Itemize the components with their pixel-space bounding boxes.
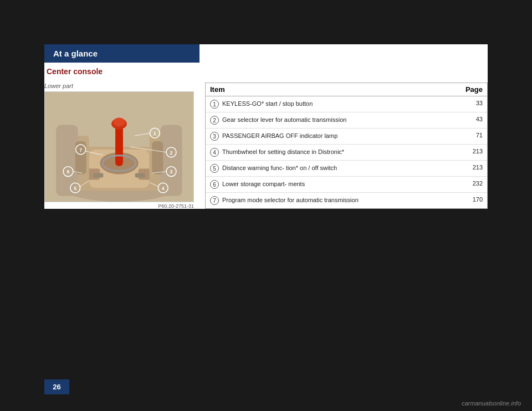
svg-text:7: 7 (79, 147, 82, 153)
svg-text:2: 2 (170, 150, 173, 156)
car-image: 1 2 3 4 5 (44, 91, 194, 202)
table-row: 4 Thumbwheel for setting distance in Dis… (206, 145, 487, 161)
image-label: Lower part (44, 83, 194, 89)
data-table: Item Page 1 KEYLESS-GO* start / stop but… (205, 83, 488, 209)
row-text-7: Program mode selector for automatic tran… (222, 196, 455, 204)
row-number-6: 6 (210, 180, 222, 189)
row-text-6: Lower storage compart- ments (222, 180, 455, 188)
svg-text:3: 3 (170, 169, 173, 175)
row-number-3: 3 (210, 132, 222, 141)
row-number-4: 4 (210, 148, 222, 157)
row-page-3: 71 (455, 132, 483, 138)
image-section: Lower part (44, 83, 194, 209)
row-text-4: Thumbwheel for setting distance in Distr… (222, 148, 455, 156)
content-area: Lower part (44, 83, 488, 209)
page-number: 26 (44, 379, 69, 394)
table-row: 1 KEYLESS-GO* start / stop button 33 (206, 96, 487, 112)
row-text-3: PASSENGER AIRBAG OFF indicator lamp (222, 132, 455, 140)
row-page-7: 170 (455, 196, 483, 203)
row-page-5: 213 (455, 164, 483, 171)
header-title: At a glance (53, 49, 98, 58)
row-page-6: 232 (455, 180, 483, 187)
row-number-5: 5 (210, 164, 222, 173)
svg-text:1: 1 (154, 131, 156, 136)
table-row: 2 Gear selector lever for automatic tran… (206, 112, 487, 129)
row-number-2: 2 (210, 116, 222, 125)
svg-rect-17 (93, 173, 103, 178)
row-text-2: Gear selector lever for automatic transm… (222, 116, 455, 124)
table-row: 6 Lower storage compart- ments 232 (206, 177, 487, 193)
col-item-header: Item (210, 85, 455, 94)
image-caption: P60.20-2751-31 (44, 203, 194, 209)
table-row: 5 Distance warning func- tion* on / off … (206, 161, 487, 177)
row-text-5: Distance warning func- tion* on / off sw… (222, 164, 455, 172)
svg-rect-16 (152, 141, 163, 174)
table-row: 7 Program mode selector for automatic tr… (206, 193, 487, 208)
watermark: carmanualsonline.info (462, 400, 521, 407)
row-number-1: 1 (210, 100, 222, 109)
header-bar: At a glance (44, 44, 200, 63)
row-page-4: 213 (455, 148, 483, 155)
table-row: 3 PASSENGER AIRBAG OFF indicator lamp 71 (206, 129, 487, 145)
svg-text:5: 5 (74, 186, 76, 191)
svg-text:4: 4 (162, 186, 165, 191)
svg-rect-18 (135, 173, 145, 178)
svg-text:6: 6 (66, 169, 69, 175)
row-text-1: KEYLESS-GO* start / stop button (222, 100, 455, 108)
col-page-header: Page (455, 85, 483, 94)
row-page-1: 33 (455, 100, 483, 106)
table-header: Item Page (206, 83, 487, 96)
row-page-2: 43 (455, 116, 483, 122)
page-content: At a glance Center console Lower part (44, 44, 488, 209)
svg-rect-5 (115, 125, 123, 166)
section-title: Center console (44, 67, 488, 76)
svg-point-7 (113, 118, 125, 127)
row-number-7: 7 (210, 196, 222, 205)
